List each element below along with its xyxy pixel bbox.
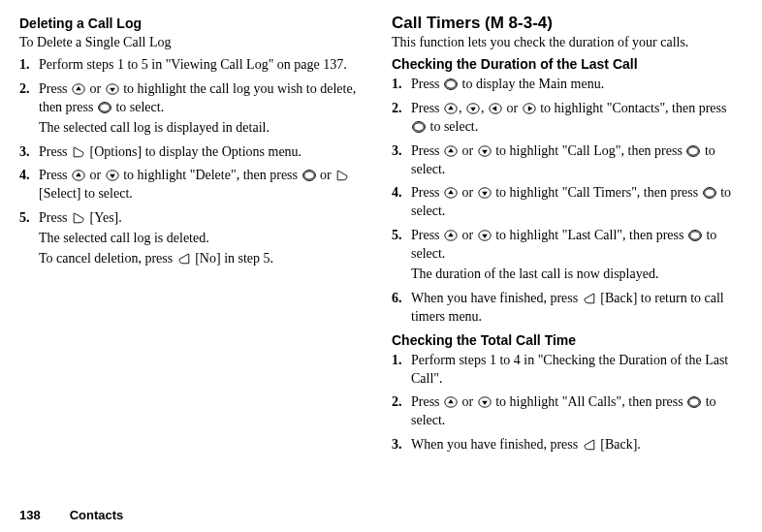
step-subtext: To cancel deletion, press [No] in step 5…: [39, 250, 370, 268]
step-body: When you have finished, press [Back].: [411, 436, 743, 454]
svg-marker-17: [470, 108, 476, 111]
center-key-icon: [686, 145, 700, 157]
step-number: 2.: [392, 393, 411, 412]
step-text: Press or to highlight "Call Log", then p…: [411, 142, 743, 179]
step-number: 1.: [392, 76, 411, 94]
svg-marker-19: [492, 106, 497, 111]
step-text: Press [Yes].: [39, 209, 370, 228]
step-body: Press [Options] to display the Options m…: [39, 143, 370, 162]
up-key-icon: [444, 145, 458, 157]
step-number: 1.: [392, 352, 411, 370]
footer-title: Contacts: [70, 508, 124, 522]
m-code: (M 8-3-4): [485, 14, 553, 32]
step-body: Press or to highlight "Call Log", then p…: [411, 142, 743, 179]
step-text: When you have finished, press [Back].: [411, 436, 743, 454]
up-key-icon: [444, 396, 458, 408]
center-key-icon: [98, 102, 111, 113]
svg-marker-27: [482, 149, 488, 153]
step-body: Press to display the Main menu.: [411, 76, 743, 94]
step-text: Press to display the Main menu.: [411, 76, 743, 94]
step-subtext: The duration of the last call is now dis…: [411, 266, 743, 284]
step-number: 6.: [392, 290, 411, 308]
svg-marker-1: [76, 86, 81, 90]
step-text: Press , , or to highlight "Contacts", th…: [411, 100, 743, 137]
left-softkey-icon: [335, 170, 349, 181]
step-text: Perform steps 1 to 5 in "Viewing Call Lo…: [39, 56, 370, 75]
step-text: Press or to highlight "Last Call", then …: [411, 227, 743, 264]
page-number: 138: [19, 508, 41, 522]
up-key-icon: [72, 83, 85, 95]
right-heading-text: Call Timers: [392, 14, 480, 32]
svg-marker-43: [448, 399, 454, 403]
svg-point-23: [414, 123, 424, 131]
step-number: 3.: [19, 143, 39, 162]
step-number: 3.: [392, 436, 411, 454]
step-body: Perform steps 1 to 5 in "Viewing Call Lo…: [39, 56, 370, 75]
step-body: Press [Yes].The selected call log is del…: [39, 209, 370, 268]
step-body: Press or to highlight the call log you w…: [39, 80, 370, 138]
block2-steps: 1.Perform steps 1 to 4 in "Checking the …: [392, 352, 743, 454]
left-softkey-icon: [72, 212, 85, 224]
step-body: Press or to highlight "Delete", then pre…: [39, 167, 370, 203]
right-softkey-icon: [177, 253, 191, 265]
step-number: 3.: [392, 142, 411, 161]
center-key-icon: [703, 187, 716, 199]
step-body: When you have finished, press [Back] to …: [411, 290, 743, 327]
step: 5.Press or to highlight "Last Call", the…: [392, 227, 743, 284]
step: 3.When you have finished, press [Back].: [392, 436, 743, 454]
left-heading: Deleting a Call Log: [19, 16, 370, 31]
step-body: Press or to highlight "Last Call", then …: [411, 227, 743, 284]
step-text: When you have finished, press [Back] to …: [411, 290, 743, 327]
step: 4.Press or to highlight "Call Timers", t…: [392, 184, 743, 221]
step: 5.Press [Yes].The selected call log is d…: [19, 209, 370, 268]
left-key-icon: [489, 103, 502, 114]
step-number: 4.: [392, 184, 411, 203]
step: 2.Press , , or to highlight "Contacts", …: [392, 100, 743, 137]
svg-point-47: [689, 398, 699, 406]
svg-marker-25: [448, 148, 454, 152]
step-number: 2.: [19, 80, 39, 99]
left-subheading: To Delete a Single Call Log: [19, 35, 370, 50]
svg-marker-37: [448, 233, 454, 236]
step-number: 4.: [19, 167, 39, 185]
down-key-icon: [478, 230, 492, 241]
center-key-icon: [444, 78, 458, 90]
down-key-icon: [478, 187, 492, 199]
center-key-icon: [412, 121, 426, 133]
right-intro: This function lets you check the duratio…: [392, 35, 743, 50]
step-body: Press or to highlight "All Calls", then …: [411, 393, 743, 430]
step-body: Press or to highlight "Call Timers", the…: [411, 184, 743, 221]
left-softkey-icon: [72, 146, 85, 158]
down-key-icon: [106, 83, 119, 95]
step-text: Press or to highlight "All Calls", then …: [411, 393, 743, 430]
step-subtext: The selected call log is displayed in de…: [39, 119, 370, 138]
step-text: Press [Options] to display the Options m…: [39, 143, 370, 162]
up-key-icon: [444, 230, 458, 241]
step: 3.Press [Options] to display the Options…: [19, 143, 370, 162]
svg-marker-9: [110, 174, 115, 178]
step-number: 1.: [19, 56, 39, 75]
up-key-icon: [444, 103, 458, 114]
svg-marker-7: [76, 172, 81, 176]
svg-marker-39: [482, 235, 488, 238]
step: 1.Perform steps 1 to 4 in "Checking the …: [392, 352, 743, 389]
step-number: 5.: [19, 209, 39, 228]
down-key-icon: [106, 170, 119, 181]
svg-point-13: [446, 80, 456, 88]
step: 6.When you have finished, press [Back] t…: [392, 290, 743, 327]
step-subtext: The selected call log is deleted.: [39, 230, 370, 248]
right-column: Call Timers (M 8-3-4) This function lets…: [392, 14, 743, 508]
footer: 138 Contacts: [19, 508, 743, 532]
up-key-icon: [72, 170, 85, 181]
up-key-icon: [444, 187, 458, 199]
step: 1.Press to display the Main menu.: [392, 76, 743, 94]
step: 2.Press or to highlight "All Calls", the…: [392, 393, 743, 430]
right-softkey-icon: [583, 293, 596, 304]
left-steps: 1.Perform steps 1 to 5 in "Viewing Call …: [19, 56, 370, 268]
down-key-icon: [466, 103, 480, 114]
step-body: Press , , or to highlight "Contacts", th…: [411, 100, 743, 137]
left-column: Deleting a Call Log To Delete a Single C…: [19, 14, 370, 508]
svg-marker-21: [528, 106, 533, 111]
svg-marker-15: [448, 106, 454, 110]
step-text: Press or to highlight the call log you w…: [39, 80, 370, 117]
